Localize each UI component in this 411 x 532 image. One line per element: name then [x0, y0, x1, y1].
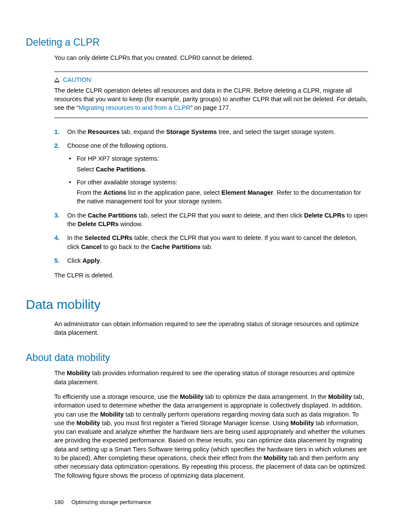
migrating-link[interactable]: Migrating resources to and from a CLPR: [78, 104, 190, 111]
bold: Delete CLPRs: [78, 221, 118, 227]
page-number: 180: [54, 499, 64, 505]
text: Select: [77, 166, 96, 173]
data-mobility-intro: An administrator can obtain information …: [54, 320, 368, 337]
document-page: Deleting a CLPR You can only delete CLPR…: [0, 0, 411, 532]
warning-triangle-icon: [54, 78, 59, 82]
bold: Resources: [88, 128, 120, 135]
text: tab, expand the: [120, 128, 166, 135]
bold: Mobility: [328, 393, 352, 400]
heading-about-data-mobility: About data mobility: [26, 351, 368, 364]
result-text: The CLPR is deleted.: [54, 271, 368, 280]
text: list in the application pane, select: [126, 189, 221, 196]
heading-deleting-clpr: Deleting a CLPR: [26, 35, 368, 49]
text: tab, select the CLPR that you want to de…: [137, 212, 304, 219]
bold: Delete CLPRs: [304, 212, 345, 219]
bold: Mobility: [264, 454, 287, 461]
bold: Cache Partitions: [151, 243, 200, 250]
about-paragraph-1: The Mobility tab provides information re…: [54, 369, 368, 386]
step-1: On the Resources tab, expand the Storage…: [54, 128, 368, 136]
text: tab to optimize the data arrangement. In…: [203, 393, 328, 400]
bold: Storage Systems: [166, 128, 217, 135]
steps-list: On the Resources tab, expand the Storage…: [54, 128, 368, 265]
text: From the: [77, 189, 103, 196]
text: On the: [67, 212, 88, 219]
caution-header: CAUTION:: [54, 75, 368, 84]
bold: Mobility: [100, 411, 124, 418]
step-5: Click Apply.: [54, 256, 368, 265]
intro-paragraph: You can only delete CLPRs that you creat…: [54, 53, 368, 62]
text: For HP XP7 storage systems:: [77, 155, 159, 162]
text: The: [54, 370, 67, 376]
bullet-body: Select Cache Partitions.: [77, 165, 368, 174]
text: To efficiently use a storage resource, u…: [54, 393, 180, 400]
step-2-bullets: For HP XP7 storage systems: Select Cache…: [67, 154, 368, 205]
heading-data-mobility: Data mobility: [26, 296, 368, 314]
bullet-other: For other available storage systems: Fro…: [67, 178, 368, 206]
text: window.: [118, 221, 143, 227]
bold: Element Manager: [221, 189, 273, 196]
text: tab provides information required to see…: [54, 370, 355, 385]
text: to go back to the: [102, 243, 151, 250]
text: tree, and select the target storage syst…: [217, 128, 335, 135]
text: For other available storage systems:: [77, 179, 177, 186]
text: Choose one of the following options.: [67, 142, 168, 149]
bold: Cancel: [81, 243, 102, 250]
caution-text-after: ” on page 177.: [190, 104, 231, 111]
step-3: On the Cache Partitions tab, select the …: [54, 211, 368, 229]
text: On the: [67, 128, 88, 135]
caution-block: CAUTION: The delete CLPR operation delet…: [54, 72, 368, 118]
caution-label: CAUTION:: [63, 76, 93, 83]
text: Click: [67, 257, 82, 264]
text: In the: [67, 234, 84, 241]
bold: Actions: [103, 189, 126, 196]
step-4: In the Selected CLPRs table, check the C…: [54, 233, 368, 251]
caution-text: The delete CLPR operation deletes all re…: [54, 86, 368, 112]
bold: Selected CLPRs: [84, 234, 132, 241]
bold: Mobility: [290, 420, 314, 426]
text: tab.: [201, 243, 213, 250]
bold: Cache Partitions: [88, 212, 137, 219]
bullet-body: From the Actions list in the application…: [77, 188, 368, 206]
about-paragraph-2: To efficiently use a storage resource, u…: [54, 392, 368, 480]
bold: Mobility: [77, 420, 100, 426]
bold: Cache Partitions: [96, 166, 145, 173]
text: tab, you must first register a Tiered St…: [100, 420, 290, 426]
step-2: Choose one of the following options. For…: [54, 141, 368, 206]
chapter-title: Optimizing storage performance: [72, 499, 151, 505]
bold: Apply: [82, 257, 100, 264]
bold: Mobility: [67, 370, 90, 376]
text: .: [145, 166, 147, 173]
text: .: [100, 257, 102, 264]
bullet-xp7: For HP XP7 storage systems: Select Cache…: [67, 154, 368, 174]
page-footer: 180Optimizing storage performance: [54, 498, 151, 506]
bold: Mobility: [180, 393, 204, 400]
